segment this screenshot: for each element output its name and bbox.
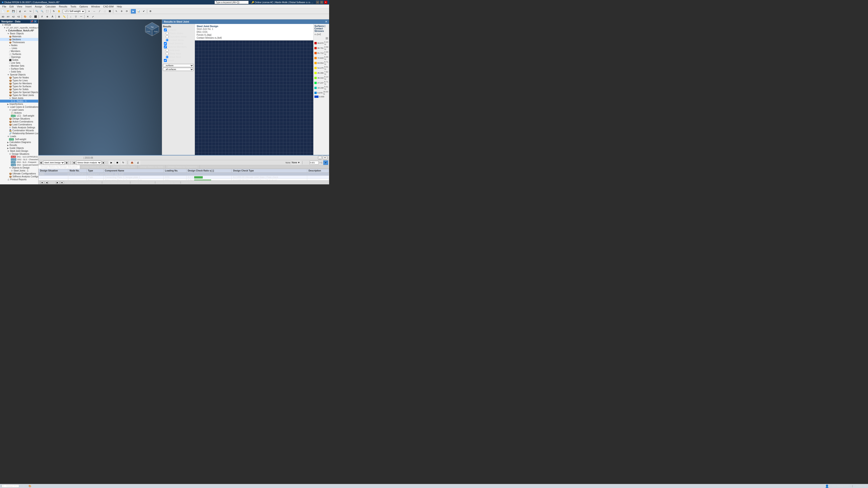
nav-results[interactable]: ▶Results [0,144,38,147]
bt-next-btn[interactable]: ▶ [66,161,68,164]
nav-steel-joints[interactable]: ▼Steel Joints [0,97,38,100]
solid-btn[interactable]: ⬛ [107,9,112,13]
loads-btn[interactable]: ↓ [68,14,73,19]
nav-relationship[interactable]: 🔗Relationship Between Load Cases [0,132,38,135]
zoom-in-btn[interactable]: 🔍 [34,9,39,13]
nav-nodes[interactable]: ●Nodes [0,44,38,47]
menu-cadbim[interactable]: CAD-BIM [102,5,115,8]
nav-action-combos[interactable]: 📦Action Combinations [0,120,38,123]
fastener-members-checkbox[interactable]: Fastener Members [163,45,194,48]
all-surfaces-dropdown[interactable]: ...all surfaces [163,68,194,71]
equiv-stress-radio[interactable]: Equivalent stress [163,35,194,38]
menu-assign[interactable]: Assign [33,5,43,8]
stress-select[interactable]: Stress-Strain Analysis [76,161,101,165]
nav-stiffness-configs[interactable]: 📦Stiffness Analysis Configurations [0,175,38,178]
rotate-btn[interactable]: ↻ [51,9,56,13]
nav-sections[interactable]: 📦Sections [0,38,38,41]
menu-results[interactable]: Results [58,5,69,8]
menu-view[interactable]: View [16,5,24,8]
bottom-panel-minimize-btn[interactable]: _ [318,156,322,160]
results-close-btn[interactable]: ✕ [325,20,327,23]
nav-types-steel-joints[interactable]: 📦Types for Steel Joints [0,94,38,97]
nav-types-special-objects[interactable]: 📦Types for Special Objects [0,91,38,94]
axial-force-input[interactable] [166,49,168,52]
view-xy-btn[interactable]: XY [6,14,11,19]
nav-materials[interactable]: 📦Materials [0,35,38,38]
member-btn[interactable]: ╱ [97,9,102,13]
tab-loading[interactable]: Design Ratios by Loading [80,165,111,168]
nav-ds2[interactable]: S.ChDS2 - SLS - Characteristic [0,158,38,161]
nav-linesets[interactable]: ≡Line Sets [0,61,38,64]
nav-design-situations-sjd[interactable]: ▼Design Situations [0,153,38,156]
nav-lines[interactable]: —Lines [0,47,38,50]
nav-design-situations[interactable]: 📦Design Situations [0,117,38,120]
menu-edit[interactable]: Edit [8,5,15,8]
shear-force2-radio[interactable]: Shear force [163,55,194,59]
menu-window[interactable]: Window [90,5,101,8]
measure-btn[interactable]: 📏 [62,14,67,19]
nav-pin-btn[interactable]: 📌 [30,20,33,23]
plastic-strains-input[interactable] [166,32,168,35]
nav-steel-joint-design[interactable]: ▼Steel Joint Design [0,150,38,153]
nav-imperfections[interactable]: ▶Imperfections [0,103,38,105]
rotate3d-btn[interactable]: ⟳ [124,9,129,13]
minimize-button[interactable]: ─ [316,1,319,4]
calculate-btn[interactable]: ▶ [131,9,136,13]
result-check-input[interactable] [164,59,167,62]
nav-types-nodes[interactable]: 📦Types for Nodes [0,76,38,79]
bt-ok-btn[interactable]: ✔ [323,160,328,165]
nav-printout[interactable]: 🖨Printout Reports [0,178,38,181]
nav-types-lines[interactable]: 📦Types for Lines [0,79,38,82]
delete-btn[interactable]: ✕ [85,14,90,19]
nav-rfem[interactable]: ▼RFEM [0,24,38,26]
nav-ds3[interactable]: S.FrDS3 - SLS - Frequent [0,161,38,164]
menu-file[interactable]: File [1,5,8,8]
nav-types-surfaces[interactable]: 📦Types for Surfaces [0,85,38,88]
new-btn[interactable]: 📄 [0,9,5,13]
nav-basic-objects[interactable]: ▼Basic Objects [0,32,38,35]
view-xz-btn[interactable]: XZ [11,14,16,19]
bt-stop-btn[interactable]: ⏹ [115,160,120,165]
nav-steel-joints-obj[interactable]: ⚙Steel Joints : 1 [0,169,38,172]
axis-btn[interactable]: ⊕ [45,14,50,19]
nav-load-combos[interactable]: ▼Load Cases & Combinations [0,105,38,108]
bt-export-btn[interactable]: 📤 [129,160,134,165]
rendering-btn[interactable]: 🎨 [23,14,28,19]
wireframe-btn[interactable]: ⬡ [28,14,33,19]
result-sections-input[interactable] [164,42,167,45]
nav-static-settings[interactable]: ⚙Static Analysis Settings [0,126,38,129]
line-btn[interactable]: — [92,9,97,13]
result-check[interactable]: Result ... [163,59,194,62]
close-button[interactable]: ✕ [324,1,327,4]
nav-lc1-sw[interactable]: LC1Self-weight [0,138,38,141]
nav-solidsets[interactable]: ≡Solid Sets [0,70,38,73]
nav-solids[interactable]: ⬛Solids [0,59,38,61]
surfaces-dropdown[interactable]: ...surfaces [163,64,194,67]
nav-actions[interactable]: 📋Actions [0,111,38,114]
bt-stress-next-btn[interactable]: ▶ [102,161,105,164]
bt-refresh-btn[interactable]: ↻ [121,160,126,165]
contact-stress-input[interactable] [166,39,168,41]
nav-members[interactable]: ╱Members [0,50,38,53]
nav-ds4[interactable]: S.QiDS4 - Quasi-permanent [0,164,38,166]
nav-membersets[interactable]: ≡Member Sets [0,64,38,67]
nav-guide-objects[interactable]: ▶Guide Objects [0,147,38,150]
surface-btn[interactable]: ⬜ [102,9,107,13]
nav-types-members[interactable]: 📦Types for Members [0,82,38,85]
open-btn[interactable]: 📂 [6,9,11,13]
zoom-out-btn[interactable]: 🔍 [39,9,44,13]
shear-force2-input[interactable] [166,56,168,59]
check-btn[interactable]: ✔ [141,9,146,13]
save-btn[interactable]: 💾 [11,9,16,13]
tab-joint[interactable]: Design Ratios by Joint [111,165,138,168]
undo-btn[interactable]: ↩ [23,9,28,13]
nav-loads[interactable]: ▼Loads [0,135,38,138]
bt-prev-btn[interactable]: ◀ [39,161,42,164]
zoom-all-btn[interactable]: ⛶ [45,9,50,13]
page-first-btn[interactable]: ⏮ [40,181,44,184]
equiv-stress-input[interactable] [166,35,168,38]
bottom-panel-close-btn[interactable]: ✕ [323,156,327,160]
nav-close-btn[interactable]: ✕ [34,20,37,23]
nav-surfaces[interactable]: ⬜Surfaces [0,53,38,56]
nav-project[interactable]: ▼1T_237_EGT_Aqueville_Holidbau-Modell.rf… [0,26,38,29]
